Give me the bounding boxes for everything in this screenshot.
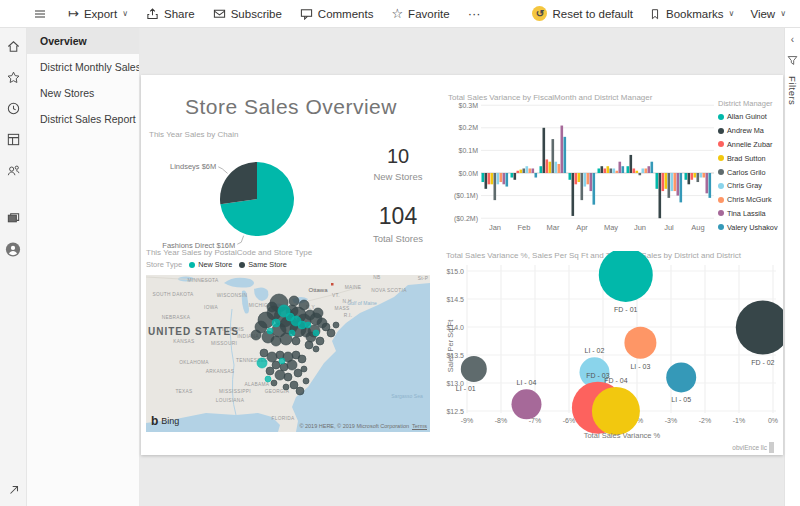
map-bubble[interactable]: [305, 322, 311, 328]
bar[interactable]: [558, 164, 561, 173]
bar[interactable]: [584, 173, 587, 187]
map-bubble[interactable]: [266, 367, 274, 375]
bar[interactable]: [587, 173, 590, 184]
map-bubble[interactable]: [305, 341, 313, 349]
bar[interactable]: [581, 173, 584, 200]
scatter-bubble[interactable]: [512, 389, 542, 419]
legend-item[interactable]: Same Store: [239, 260, 287, 269]
map-bubble[interactable]: [289, 296, 299, 306]
legend-item[interactable]: Chris McGurk: [718, 193, 784, 207]
bar[interactable]: [685, 173, 688, 180]
legend-item[interactable]: Annelie Zubar: [718, 138, 784, 152]
legend-item[interactable]: New Store: [189, 260, 232, 269]
bar[interactable]: [517, 171, 520, 173]
map-bubble[interactable]: [313, 346, 319, 352]
scatter-bubble[interactable]: [666, 362, 696, 392]
bar[interactable]: [691, 173, 694, 180]
map-visual[interactable]: This Year Sales by PostalCode and Store …: [146, 248, 434, 434]
bar[interactable]: [514, 173, 517, 180]
legend-item[interactable]: Valery Ushakov: [718, 220, 784, 234]
bar[interactable]: [662, 173, 665, 191]
bar[interactable]: [540, 166, 543, 173]
scatter-bubble[interactable]: [592, 387, 640, 435]
bar[interactable]: [555, 162, 558, 173]
bar[interactable]: [549, 162, 552, 173]
map-bubble[interactable]: [292, 337, 300, 345]
legend-item[interactable]: Allan Guinot: [718, 110, 784, 124]
map-bubble[interactable]: [251, 330, 261, 340]
map-bubble[interactable]: [272, 361, 280, 369]
bar[interactable]: [619, 162, 622, 173]
bar[interactable]: [706, 173, 709, 193]
map-bubble[interactable]: [272, 319, 280, 327]
bar[interactable]: [497, 173, 500, 184]
bar[interactable]: [677, 173, 680, 196]
bar[interactable]: [665, 173, 668, 189]
scatter-bubble[interactable]: [461, 356, 487, 382]
kpi-new-stores[interactable]: 10 New Stores: [333, 145, 463, 182]
apps-icon[interactable]: [5, 131, 21, 147]
bar[interactable]: [613, 168, 616, 173]
bar[interactable]: [694, 173, 697, 178]
map-bubble[interactable]: [275, 370, 285, 380]
bar[interactable]: [633, 168, 636, 173]
map-bubble[interactable]: [294, 369, 302, 377]
map-bubble[interactable]: [260, 349, 268, 357]
page-tab-new-stores[interactable]: New Stores: [27, 80, 139, 106]
filters-label[interactable]: Filters: [787, 76, 798, 105]
user-avatar[interactable]: [5, 241, 21, 257]
map-bubble[interactable]: [333, 322, 339, 328]
map-bubble[interactable]: [301, 366, 307, 372]
expand-filters-chevron-icon[interactable]: ‹: [791, 34, 794, 45]
bar[interactable]: [569, 173, 572, 180]
bar[interactable]: [520, 170, 523, 173]
bar[interactable]: [636, 171, 639, 173]
bar[interactable]: [535, 173, 538, 178]
map-bubble[interactable]: [303, 378, 309, 384]
bar[interactable]: [578, 173, 581, 182]
bar[interactable]: [532, 168, 535, 173]
legend-item[interactable]: Carlos Grilo: [718, 165, 784, 179]
bar[interactable]: [598, 168, 601, 173]
bar[interactable]: [642, 168, 645, 173]
bar[interactable]: [616, 171, 619, 173]
bar[interactable]: [494, 173, 497, 200]
kpi-total-stores[interactable]: 104 Total Stores: [333, 203, 463, 244]
map-bubble[interactable]: [296, 387, 304, 395]
map-bubble[interactable]: [279, 358, 285, 364]
subscribe-button[interactable]: Subscribe: [213, 7, 282, 20]
bar[interactable]: [630, 155, 633, 173]
bar[interactable]: [627, 166, 630, 173]
map-bubble[interactable]: [289, 330, 295, 336]
export-button[interactable]: ↦ Export ∨: [68, 7, 128, 20]
bar[interactable]: [561, 126, 564, 173]
bar[interactable]: [648, 166, 651, 173]
bing-map[interactable]: MINNESOTASOUTH DAKOTAWISCONSINMICHIGANIO…: [146, 275, 430, 432]
bar[interactable]: [703, 173, 706, 178]
bar[interactable]: [564, 137, 567, 173]
bar[interactable]: [511, 173, 514, 178]
bar[interactable]: [590, 173, 593, 191]
bar[interactable]: [601, 166, 604, 173]
scatter-chart[interactable]: -9%-8%-7%-6%-5%-4%-3%-2%-1%0%$15.0$14.5$…: [446, 251, 783, 447]
map-bubble[interactable]: [267, 352, 277, 362]
bar[interactable]: [523, 168, 526, 173]
map-bubble[interactable]: [327, 329, 335, 337]
bar[interactable]: [645, 168, 648, 173]
reset-to-default-button[interactable]: ↺ Reset to default: [532, 6, 633, 21]
bar[interactable]: [529, 168, 532, 173]
bar[interactable]: [607, 166, 610, 173]
bar[interactable]: [697, 173, 700, 182]
pie-slice[interactable]: [220, 162, 257, 204]
hamburger-menu-icon[interactable]: [32, 6, 48, 22]
shared-with-me-icon[interactable]: [5, 162, 21, 178]
map-bubble[interactable]: [271, 380, 277, 386]
scatter-chart-visual[interactable]: Total Sales Variance %, Sales Per Sq Ft …: [446, 251, 783, 447]
bar[interactable]: [572, 173, 575, 216]
bar[interactable]: [491, 173, 494, 184]
bar[interactable]: [622, 166, 625, 173]
map-bubble[interactable]: [265, 376, 271, 382]
favorite-button[interactable]: ☆ Favorite: [391, 7, 449, 20]
bar[interactable]: [651, 162, 654, 173]
bar[interactable]: [526, 166, 529, 173]
